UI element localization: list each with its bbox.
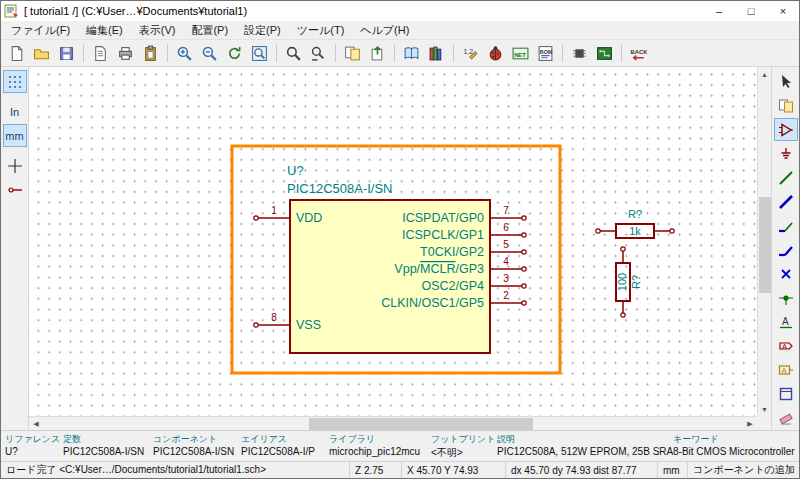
resistor-value[interactable]: 1k <box>629 225 641 237</box>
pin-end <box>522 233 526 237</box>
place-no-connect-button[interactable] <box>774 262 798 285</box>
resistor-reference[interactable]: R? <box>630 275 642 289</box>
pin-number: 1 <box>271 205 277 216</box>
cursor-tool-button[interactable] <box>774 70 798 93</box>
place-component-button[interactable] <box>774 118 798 141</box>
minimize-button[interactable]: – <box>703 1 735 21</box>
place-wire-button[interactable] <box>774 166 798 189</box>
place-hierarchical-sheet-button[interactable] <box>774 382 798 405</box>
info-col-value: 定数 PIC12C508A-I/SN <box>63 433 153 460</box>
svg-text:BACK: BACK <box>631 48 647 54</box>
place-bus-button[interactable] <box>774 190 798 213</box>
vertical-scroll-thumb[interactable] <box>759 197 771 293</box>
pin-end <box>596 229 600 233</box>
hierarchical-label-icon: A <box>778 362 794 378</box>
pin-end <box>522 267 526 271</box>
ic-component[interactable]: U? PIC12C508A-I/SN 1 VDD <box>254 163 526 353</box>
horizontal-scroll-track[interactable] <box>43 417 743 431</box>
run-pcbnew-button[interactable] <box>593 42 616 65</box>
zoom-out-button[interactable] <box>198 42 221 65</box>
menu-help[interactable]: ヘルプ(H) <box>352 21 417 40</box>
menu-preferences[interactable]: 設定(P) <box>236 21 289 40</box>
scroll-up-arrow[interactable]: ▲ <box>758 67 772 81</box>
pin-name: ICSPDAT/GP0 <box>402 211 484 225</box>
info-label: キーワード <box>673 433 791 446</box>
horizontal-scrollbar[interactable]: ◀ ▶ <box>29 416 757 430</box>
library-browser-button[interactable] <box>425 42 448 65</box>
resistor-vertical[interactable]: 100 R? <box>616 247 642 317</box>
erc-ladybug-icon <box>487 45 504 62</box>
place-power-port-button[interactable] <box>774 142 798 165</box>
top-toolbar: 1,2 NET BOM <box>1 40 799 67</box>
menu-file[interactable]: ファイル(F) <box>3 21 78 40</box>
menu-edit[interactable]: 編集(E) <box>78 21 131 40</box>
print-button[interactable] <box>114 42 137 65</box>
horizontal-scroll-thumb[interactable] <box>309 418 533 430</box>
open-schematic-button[interactable] <box>30 42 53 65</box>
menu-tools[interactable]: ツール(T) <box>289 21 353 40</box>
maximize-button[interactable]: □ <box>735 1 767 21</box>
save-schematic-button[interactable] <box>55 42 78 65</box>
zoom-fit-button[interactable] <box>248 42 271 65</box>
ic-reference[interactable]: U? <box>287 163 304 178</box>
hierarchy-navigation-button[interactable] <box>774 94 798 117</box>
annotate-button[interactable]: 1,2 <box>459 42 482 65</box>
schematic-canvas[interactable]: U? PIC12C508A-I/SN 1 VDD <box>29 67 757 416</box>
back-import-button[interactable]: BACK <box>627 42 650 65</box>
menu-view[interactable]: 表示(V) <box>131 21 184 40</box>
new-schematic-button[interactable] <box>5 42 28 65</box>
ic-value[interactable]: PIC12C508A-I/SN <box>287 181 393 196</box>
place-global-label-button[interactable]: A <box>774 334 798 357</box>
crosshair-cursor-icon <box>7 158 23 174</box>
resistor-reference[interactable]: R? <box>628 208 642 220</box>
info-label: リファレンス <box>5 433 59 446</box>
sheet-settings-button[interactable] <box>89 42 112 65</box>
place-net-label-button[interactable]: A <box>774 310 798 333</box>
info-value: <不明> <box>431 446 493 460</box>
find-replace-button[interactable] <box>307 42 330 65</box>
pin-number: 7 <box>503 205 509 216</box>
resistor-value[interactable]: 100 <box>616 273 628 291</box>
find-button[interactable] <box>282 42 305 65</box>
close-button[interactable]: × <box>767 1 799 21</box>
info-value: PIC12C508A, 512W EPROM, 25B SRAM, SO8 <box>497 446 669 457</box>
grid-toggle-button[interactable] <box>3 70 27 93</box>
leave-sheet-button[interactable] <box>366 42 389 65</box>
scroll-down-arrow[interactable]: ▼ <box>758 402 772 416</box>
info-value: PIC12C508A-I/SN <box>153 446 237 457</box>
find-icon <box>285 45 302 62</box>
netlist-button[interactable]: NET <box>509 42 532 65</box>
svg-text:NET: NET <box>514 51 526 57</box>
resistor-horizontal[interactable]: R? 1k <box>596 208 674 238</box>
units-mm-button[interactable]: mm <box>3 124 27 147</box>
status-units: mm <box>657 462 687 478</box>
scroll-left-arrow[interactable]: ◀ <box>29 417 43 431</box>
vertical-scrollbar[interactable]: ▲ ▼ <box>757 67 771 416</box>
title-bar[interactable]: [ tutorial1 /] (C:¥User…¥Documents¥tutor… <box>1 1 799 21</box>
paste-button[interactable] <box>139 42 162 65</box>
zoom-in-button[interactable] <box>173 42 196 65</box>
vertical-scroll-track[interactable] <box>758 81 772 402</box>
wire-to-bus-entry-button[interactable] <box>774 214 798 237</box>
pin-name: VSS <box>296 318 321 332</box>
cursor-shape-button[interactable] <box>3 154 27 177</box>
units-inch-button[interactable]: In <box>3 100 27 123</box>
bom-button[interactable]: BOM <box>534 42 557 65</box>
menu-place[interactable]: 配置(P) <box>183 21 236 40</box>
scroll-right-arrow[interactable]: ▶ <box>743 417 757 431</box>
assign-footprints-button[interactable] <box>568 42 591 65</box>
zoom-redraw-button[interactable] <box>223 42 246 65</box>
library-editor-button[interactable] <box>400 42 423 65</box>
hidden-pin-icon <box>7 182 23 198</box>
info-col-description: 説明 PIC12C508A, 512W EPROM, 25B SRAM, SO8 <box>497 433 673 460</box>
place-hierarchical-label-button[interactable]: A <box>774 358 798 381</box>
erc-button[interactable] <box>484 42 507 65</box>
navigate-hierarchy-button[interactable] <box>341 42 364 65</box>
grid-icon <box>7 74 23 90</box>
toolbar-separator <box>621 44 622 62</box>
pin-name: CLKIN/OSC1/GP5 <box>381 296 484 310</box>
delete-item-button[interactable] <box>774 406 798 429</box>
show-hidden-pins-button[interactable] <box>3 178 27 201</box>
place-junction-button[interactable] <box>774 286 798 309</box>
bus-to-bus-entry-button[interactable] <box>774 238 798 261</box>
